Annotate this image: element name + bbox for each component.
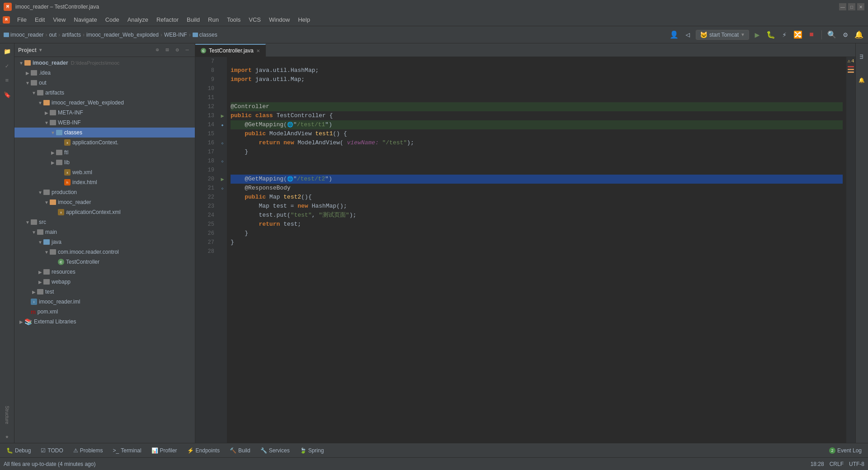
tree-item-java[interactable]: ▼ java bbox=[14, 237, 195, 247]
menu-view[interactable]: View bbox=[49, 15, 69, 24]
breadcrumb-classes[interactable]: classes bbox=[193, 32, 217, 38]
tab-testcontroller[interactable]: C TestController.java ✕ bbox=[195, 44, 266, 57]
menu-run[interactable]: Run bbox=[204, 15, 222, 24]
status-line-ending[interactable]: CRLF bbox=[830, 461, 844, 467]
tree-item-main[interactable]: ▼ main bbox=[14, 227, 195, 237]
debug-button[interactable]: 🐛 bbox=[765, 29, 776, 40]
panel-collapse-all[interactable]: ⊕ bbox=[153, 46, 161, 54]
status-encoding[interactable]: UTF-8 bbox=[849, 461, 864, 467]
bottom-tab-debug[interactable]: 🐛 Debug bbox=[2, 446, 35, 456]
code-editor: 7 8 9 10 11 12 13 14 15 16 17 18 19 20 2… bbox=[195, 57, 855, 443]
notifications-btn[interactable]: 🔔 bbox=[857, 71, 868, 89]
tree-item-webxml[interactable]: x web.xml bbox=[14, 167, 195, 177]
maximize-button[interactable]: □ bbox=[848, 3, 855, 10]
tree-item-controller-pkg[interactable]: ▼ com.imooc.reader.control bbox=[14, 247, 195, 257]
bottom-tab-problems[interactable]: ⚠ Problems bbox=[69, 446, 108, 456]
tree-item-webapp[interactable]: ▶ webapp bbox=[14, 277, 195, 287]
tree-item-meta-inf[interactable]: ▶ META-INF bbox=[14, 108, 195, 118]
maven-panel-btn[interactable]: m bbox=[857, 45, 868, 68]
bottom-tab-spring[interactable]: 🍃 Spring bbox=[295, 446, 329, 456]
menu-tools[interactable]: Tools bbox=[223, 15, 244, 24]
tree-item-pom[interactable]: m pom.xml bbox=[14, 307, 195, 317]
bottom-tab-profiler[interactable]: 📊 Profiler bbox=[147, 446, 182, 456]
tree-label-appcontext1: applicationContext. bbox=[72, 139, 118, 146]
menu-build[interactable]: Build bbox=[183, 15, 203, 24]
tree-item-artifacts[interactable]: ▼ artifacts bbox=[14, 88, 195, 98]
back-button[interactable]: ◁ bbox=[682, 29, 693, 40]
run-gutter-13[interactable]: ▶ bbox=[221, 113, 224, 119]
tree-item-imooc_reader[interactable]: ▼ imooc_reader D:\IdeaProjects\imooc bbox=[14, 58, 195, 68]
search-button[interactable]: 🔍 bbox=[826, 29, 837, 40]
tree-item-iml[interactable]: i imooc_reader.iml bbox=[14, 297, 195, 307]
close-button[interactable]: ✕ bbox=[857, 3, 864, 10]
structure-icon-btn[interactable]: ≡ bbox=[1, 74, 14, 87]
left-sidebar-icons: 📁 ✓ ≡ 🔖 Structure ★ bbox=[0, 43, 14, 443]
bottom-tab-services[interactable]: 🔧 Services bbox=[256, 446, 294, 456]
tree-label-webapp: webapp bbox=[52, 279, 71, 285]
tree-item-test[interactable]: ▶ test bbox=[14, 287, 195, 297]
panel-locate[interactable]: ⊞ bbox=[163, 46, 171, 54]
stop-button[interactable]: ■ bbox=[806, 29, 817, 40]
structure-bottom-btn[interactable]: Structure bbox=[1, 401, 14, 428]
tree-item-ext-libs[interactable]: ▶ 📚 External Libraries bbox=[14, 317, 195, 327]
tab-close-btn[interactable]: ✕ bbox=[256, 48, 260, 53]
run-with-button[interactable]: 🔀 bbox=[793, 29, 803, 40]
tree-item-testcontroller[interactable]: C TestController bbox=[14, 257, 195, 267]
scroll-marker-2 bbox=[848, 69, 854, 70]
folder-icon-web-exploded bbox=[43, 100, 50, 105]
menu-edit[interactable]: Edit bbox=[31, 15, 48, 24]
status-position[interactable]: 18:28 bbox=[811, 461, 824, 467]
tree-item-resources[interactable]: ▶ resources bbox=[14, 267, 195, 277]
run-config-selector[interactable]: 🐱 start Tomcat ▼ bbox=[696, 30, 749, 40]
tree-item-ftl[interactable]: ▶ ftl bbox=[14, 147, 195, 157]
breadcrumb-project[interactable]: imooc_reader bbox=[4, 32, 43, 38]
menu-window[interactable]: Window bbox=[265, 15, 293, 24]
panel-minimize[interactable]: — bbox=[183, 46, 191, 54]
run-gutter-20[interactable]: ▶ bbox=[221, 176, 224, 183]
updates-button[interactable]: 🔔 bbox=[854, 29, 864, 40]
folder-icon-idea bbox=[31, 70, 37, 76]
bottom-tab-terminal[interactable]: >_ Terminal bbox=[108, 446, 146, 456]
menu-help[interactable]: Help bbox=[294, 15, 314, 24]
run-button[interactable]: ▶ bbox=[752, 29, 763, 40]
code-content[interactable]: import java.util.HashMap; import java.ut… bbox=[227, 57, 846, 443]
code-line-17: } bbox=[231, 147, 843, 157]
tree-item-web-exploded[interactable]: ▼ imooc_reader_Web_exploded bbox=[14, 98, 195, 108]
tree-item-production[interactable]: ▼ production bbox=[14, 187, 195, 197]
bottom-tab-eventlog[interactable]: 2 Event Log bbox=[825, 446, 866, 456]
panel-dropdown-icon[interactable]: ▼ bbox=[38, 47, 43, 52]
commit-icon-btn[interactable]: ✓ bbox=[1, 60, 14, 72]
window-controls[interactable]: — □ ✕ bbox=[839, 3, 864, 10]
bookmarks-icon-btn[interactable]: 🔖 bbox=[1, 89, 14, 101]
minimize-button[interactable]: — bbox=[839, 3, 846, 10]
tree-item-lib[interactable]: ▶ lib bbox=[14, 157, 195, 167]
tree-item-idea[interactable]: ▶ .idea bbox=[14, 68, 195, 78]
arrow-java: ▼ bbox=[37, 240, 43, 245]
bottom-tab-build[interactable]: 🔨 Build bbox=[225, 446, 255, 456]
tree-label-test: test bbox=[45, 289, 54, 295]
project-icon-btn[interactable]: 📁 bbox=[1, 45, 14, 58]
menu-analyze[interactable]: Analyze bbox=[124, 15, 152, 24]
arrow-web-inf: ▼ bbox=[43, 120, 50, 125]
panel-settings[interactable]: ⚙ bbox=[173, 46, 181, 54]
menu-vcs[interactable]: VCS bbox=[245, 15, 264, 24]
tree-item-indexhtml[interactable]: h index.html bbox=[14, 177, 195, 187]
bottom-tab-todo[interactable]: ☑ TODO bbox=[36, 446, 67, 456]
tree-item-imooc-prod[interactable]: ▼ imooc_reader bbox=[14, 197, 195, 207]
tree-item-classes[interactable]: ▼ classes bbox=[14, 128, 195, 138]
tree-item-appcontext1[interactable]: x applicationContext. bbox=[14, 138, 195, 147]
coverage-button[interactable]: ⚡ bbox=[779, 29, 790, 40]
menu-refactor[interactable]: Refactor bbox=[153, 15, 182, 24]
tree-item-out[interactable]: ▼ out bbox=[14, 78, 195, 88]
bottom-tab-endpoints[interactable]: ⚡ Endpoints bbox=[183, 446, 224, 456]
menu-navigate[interactable]: Navigate bbox=[70, 15, 100, 24]
menu-file[interactable]: File bbox=[14, 15, 30, 24]
vcs-button[interactable]: 👤 bbox=[669, 29, 679, 40]
favorites-btn[interactable]: ★ bbox=[1, 430, 14, 443]
status-message: All files are up-to-date (4 minutes ago) bbox=[4, 461, 95, 467]
menu-code[interactable]: Code bbox=[102, 15, 123, 24]
tree-item-web-inf[interactable]: ▼ WEB-INF bbox=[14, 118, 195, 128]
tree-item-appcontext2[interactable]: x applicationContext.xml bbox=[14, 207, 195, 217]
tree-item-src[interactable]: ▼ src bbox=[14, 217, 195, 227]
settings-button[interactable]: ⚙ bbox=[840, 29, 851, 40]
